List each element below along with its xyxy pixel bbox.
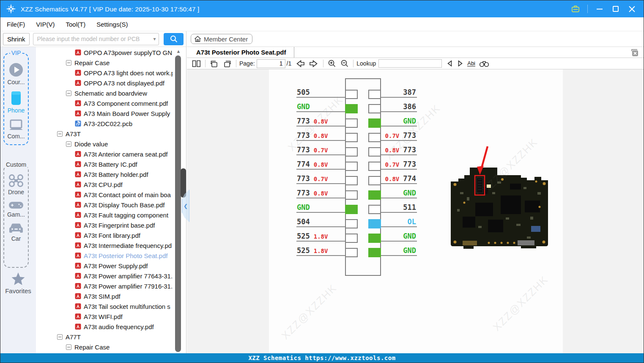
tree-item[interactable]: A73t CPU.pdf xyxy=(36,179,173,190)
gamepad-icon xyxy=(8,201,24,210)
tree-item[interactable]: A73t Anterior camera seat.pdf xyxy=(36,149,173,159)
minimize-button[interactable] xyxy=(595,5,604,13)
sidebar-item-car[interactable]: Car xyxy=(7,223,25,242)
shrink-button[interactable]: Shrink xyxy=(3,33,30,45)
tree-scrollbar-thumb[interactable] xyxy=(181,168,186,198)
tree-item[interactable]: A73t Posterior Photo Seat.pdf xyxy=(36,250,173,261)
page-number-input[interactable] xyxy=(257,59,285,68)
pin-pad xyxy=(368,104,381,113)
menu-item-filef[interactable]: File(F) xyxy=(7,21,25,28)
close-icon xyxy=(628,6,636,13)
menu-item-toolt[interactable]: Tool(T) xyxy=(66,21,86,28)
pin-lead-line xyxy=(381,183,417,184)
drone-label: Drone xyxy=(8,189,24,195)
tree-item[interactable]: OPPO A73power supplyTO GND xyxy=(36,47,173,58)
tree-item[interactable]: A73-2DC022.pcb xyxy=(36,118,173,129)
tree-item[interactable]: OPPO A73 not displayed.pdf xyxy=(36,78,173,88)
collapse-icon[interactable] xyxy=(66,141,71,147)
tree-item[interactable]: A73t Power amplifier 77643-31. xyxy=(36,271,173,281)
tree-item-label: A73t Battery IC.pdf xyxy=(84,161,137,168)
pin-lead-line xyxy=(381,140,417,141)
tree-item-label: A73t audio frequency.pdf xyxy=(84,323,154,330)
tree-node[interactable]: A77T xyxy=(36,332,173,342)
tree-item[interactable]: A73t Battery IC.pdf xyxy=(36,159,173,169)
search-all-button[interactable] xyxy=(478,59,491,68)
model-search-input[interactable] xyxy=(33,36,148,42)
zoom-out-button[interactable] xyxy=(339,59,350,68)
previous-page-button[interactable] xyxy=(294,59,306,68)
laptop-icon xyxy=(8,119,24,132)
tree-item[interactable]: A73t Fingerprint base.pdf xyxy=(36,220,173,230)
model-search-combo[interactable]: ▾ xyxy=(33,33,159,45)
phone-icon xyxy=(11,91,22,106)
tree-item[interactable]: A73t Font library.pdf xyxy=(36,230,173,240)
category-rail: VIP Cour...PhoneCom... Custom DroneGam..… xyxy=(0,47,36,353)
file-tree-panel: OPPO A73power supplyTO GNDRepair CaseOPP… xyxy=(36,47,186,353)
tree-item[interactable]: A73t Power Supply.pdf xyxy=(36,261,173,271)
menu-item-settingss[interactable]: Settings(S) xyxy=(96,21,128,28)
tree-item[interactable]: A73t Display Touch Base.pdf xyxy=(36,200,173,210)
close-tab-icon xyxy=(630,49,639,57)
two-page-view-button[interactable] xyxy=(191,59,202,68)
tree-item[interactable]: A73t Intermediate frequency.pd xyxy=(36,240,173,250)
pdf-file-icon xyxy=(75,100,81,107)
lookup-input[interactable] xyxy=(378,59,442,68)
pin-lead-line xyxy=(296,126,345,126)
pin-pad xyxy=(368,219,381,228)
drone-icon xyxy=(8,174,24,187)
tree-item[interactable]: A73t Power amplifier 77916-31. xyxy=(36,281,173,291)
tree-node[interactable]: A73T xyxy=(36,129,173,139)
scroll-up-icon[interactable]: ▲ xyxy=(175,47,182,55)
pin-label: 5251.8V xyxy=(297,232,344,240)
rotate-left-button[interactable] xyxy=(208,59,220,68)
collapse-icon[interactable] xyxy=(66,344,71,350)
tree-item[interactable]: A73t SIM.pdf xyxy=(36,291,173,301)
collapse-icon[interactable] xyxy=(66,60,71,66)
rotate-right-button[interactable] xyxy=(222,59,233,68)
collapse-icon[interactable] xyxy=(57,334,63,340)
tree-scrollbar-track[interactable] xyxy=(175,55,181,352)
tree-node[interactable]: Repair Case xyxy=(36,58,173,68)
collapse-icon[interactable] xyxy=(66,91,71,96)
tree-item[interactable]: A73t Fault tagging component xyxy=(36,210,173,220)
maximize-button[interactable] xyxy=(611,5,620,13)
tree-item-label: A73t Power amplifier 77643-31. xyxy=(84,272,173,280)
tree-item[interactable]: A73t WIFI.pdf xyxy=(36,311,173,322)
sidebar-item-game[interactable]: Gam... xyxy=(7,201,25,218)
find-previous-button[interactable] xyxy=(445,59,454,68)
tree-item[interactable]: A73t Tail socket multifunction s xyxy=(36,301,173,311)
sidebar-item-drone[interactable]: Drone xyxy=(7,174,25,195)
license-button[interactable] xyxy=(571,5,580,13)
tree-item[interactable]: OPPO A73 light does not work.p xyxy=(36,68,173,78)
sidebar-item-phone[interactable]: Phone xyxy=(7,91,25,114)
collapse-icon[interactable] xyxy=(57,131,63,137)
pdf-file-icon xyxy=(75,161,81,168)
tree-item-label: OPPO A73 light does not work.p xyxy=(84,69,173,77)
member-center-button[interactable]: Member Center xyxy=(191,34,252,44)
tree-node[interactable]: Diode value xyxy=(36,139,173,149)
zoom-in-button[interactable] xyxy=(326,59,337,68)
match-case-button[interactable]: Abi xyxy=(467,60,475,66)
sidebar-item-computer[interactable]: Com... xyxy=(7,119,25,140)
next-page-button[interactable] xyxy=(308,59,320,68)
close-all-tabs-button[interactable] xyxy=(630,49,639,57)
tree-item[interactable]: A73 Component comment.pdf xyxy=(36,98,173,108)
search-button[interactable] xyxy=(164,33,184,45)
sidebar-item-favorites[interactable]: Favorites xyxy=(0,272,36,294)
tree-node[interactable]: Repair Case xyxy=(36,342,173,352)
menu-item-vipv[interactable]: VIP(V) xyxy=(36,21,55,28)
close-button[interactable] xyxy=(628,5,636,13)
pin-pad xyxy=(345,162,358,171)
tree-item[interactable]: A73t Contact point of main boa xyxy=(36,190,173,200)
pin-pad xyxy=(345,190,358,200)
phone-label: Phone xyxy=(8,107,25,114)
tree-item[interactable]: A73t audio frequency.pdf xyxy=(36,322,173,332)
chevron-down-icon[interactable]: ▾ xyxy=(153,36,156,42)
left-panel: Shrink ▾ VIP Cour...PhoneCom... Custom D… xyxy=(0,31,186,353)
tree-item[interactable]: A73t Battery holder.pdf xyxy=(36,169,173,179)
tree-node[interactable]: Schematic and boardview xyxy=(36,88,173,98)
find-next-button[interactable] xyxy=(456,59,465,68)
tab-active[interactable]: A73t Posterior Photo Seat.pdf xyxy=(187,47,294,58)
tree-item[interactable]: A73 Main Board Power Supply xyxy=(36,108,173,118)
sidebar-item-course[interactable]: Cour... xyxy=(7,62,25,85)
